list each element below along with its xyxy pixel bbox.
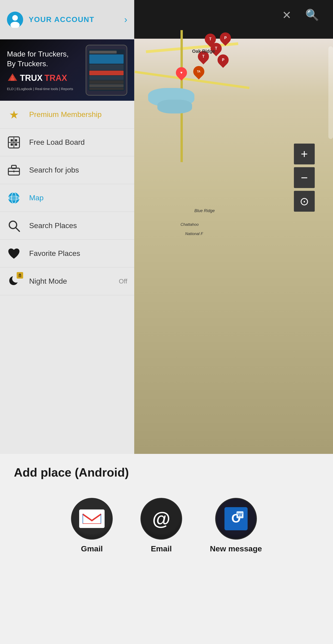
- map-label-chattahoochee: Chattahoo: [181, 222, 199, 227]
- ad-tagline: Made for Truckers,By Truckers.: [7, 49, 73, 68]
- loadboard-label: Free Load Board: [29, 138, 127, 146]
- svg-rect-5: [11, 76, 13, 78]
- logo-trux: TRUX: [20, 73, 42, 83]
- svg-rect-10: [15, 143, 17, 146]
- map-pin-ta: TA: [191, 64, 207, 80]
- app-item-email[interactable]: @ Email: [140, 498, 182, 553]
- menu-item-premium[interactable]: ★ Premium Membership: [0, 101, 134, 128]
- ad-logo: TRUXTRAX: [7, 72, 73, 84]
- svg-line-22: [15, 228, 19, 231]
- ad-text-block: Made for Truckers,By Truckers. TRUXTRAX …: [7, 49, 73, 90]
- ad-phone-mockup: [86, 45, 127, 96]
- gmail-icon: [71, 498, 113, 540]
- svg-rect-8: [15, 139, 17, 142]
- account-chevron-icon: ›: [124, 14, 127, 25]
- menu-item-favorite[interactable]: Favorite Places: [0, 240, 134, 268]
- svg-rect-7: [11, 139, 13, 142]
- map-scrollbar: [328, 46, 333, 139]
- heart-icon: [7, 246, 21, 260]
- premium-label: Premium Membership: [29, 110, 127, 119]
- star-icon: ★: [7, 108, 21, 122]
- briefcase-icon: [7, 163, 21, 177]
- search-icon: [7, 219, 21, 233]
- new-message-icon: O W: [215, 498, 257, 540]
- minus-icon: −: [301, 171, 308, 184]
- favorite-places-label: Favorite Places: [29, 249, 127, 258]
- bottom-section: Add place (Android) Gmail: [0, 454, 333, 644]
- sidebar: YOUR ACCOUNT › Made for Truckers,By Truc…: [0, 0, 134, 454]
- svg-rect-28: [83, 523, 101, 524]
- app-item-gmail[interactable]: Gmail: [71, 498, 113, 553]
- menu-item-nightmode[interactable]: Night Mode Off: [0, 268, 134, 295]
- night-mode-icon-wrap: [7, 274, 21, 288]
- app-item-newmessage[interactable]: O W New message: [210, 498, 262, 553]
- gmail-label: Gmail: [81, 544, 103, 553]
- svg-rect-9: [11, 143, 13, 146]
- plus-icon: +: [301, 147, 308, 161]
- app-icons-row: Gmail @ Email O W New message: [14, 498, 319, 553]
- email-icon: @: [140, 498, 182, 540]
- search-places-label: Search Places: [29, 222, 127, 230]
- svg-rect-4: [11, 78, 14, 81]
- ad-sub-text: ELD | ELogbook | Real-time tools | Repor…: [7, 87, 73, 91]
- menu-item-search-places[interactable]: Search Places: [0, 212, 134, 240]
- map-label-oakridge: Oak Ridge: [192, 49, 215, 54]
- logo-trax: TRAX: [44, 73, 67, 83]
- globe-icon: [7, 191, 21, 205]
- svg-point-1: [12, 15, 18, 20]
- map-label-blueridge: Blue Ridge: [194, 208, 215, 213]
- email-label: Email: [151, 544, 172, 553]
- at-symbol: @: [152, 508, 170, 529]
- map-label-national: National F: [185, 232, 203, 236]
- svg-rect-26: [83, 514, 83, 524]
- add-place-title: Add place (Android): [14, 466, 129, 479]
- zoom-out-button[interactable]: −: [294, 167, 315, 188]
- menu-item-loadboard[interactable]: Free Load Board: [0, 128, 134, 156]
- map-topbar: ✕ 🔍: [134, 0, 333, 30]
- svg-rect-27: [101, 514, 101, 524]
- account-avatar-icon: [7, 12, 23, 28]
- locate-button[interactable]: ⊙: [294, 191, 315, 212]
- account-header[interactable]: YOUR ACCOUNT ›: [0, 0, 134, 39]
- night-mode-status: Off: [119, 278, 127, 285]
- loadboard-icon: [7, 136, 21, 149]
- map-controls: + − ⊙: [294, 144, 315, 212]
- night-mode-label: Night Mode: [29, 277, 110, 286]
- svg-text:W: W: [237, 512, 242, 518]
- lock-badge-icon: [17, 272, 23, 278]
- map-label: Map: [29, 194, 127, 202]
- search-map-icon[interactable]: 🔍: [305, 8, 319, 22]
- account-label: YOUR ACCOUNT: [29, 15, 119, 24]
- locator-icon: ⊙: [300, 195, 309, 208]
- svg-rect-24: [18, 275, 21, 277]
- menu-item-map[interactable]: Map: [0, 184, 134, 212]
- satellite-icon[interactable]: ✕: [282, 8, 291, 22]
- ad-banner: Made for Truckers,By Truckers. TRUXTRAX …: [0, 39, 134, 101]
- zoom-in-button[interactable]: +: [294, 144, 315, 164]
- menu-item-jobs[interactable]: Search for jobs: [0, 156, 134, 184]
- new-message-label: New message: [210, 544, 262, 553]
- jobs-label: Search for jobs: [29, 166, 127, 174]
